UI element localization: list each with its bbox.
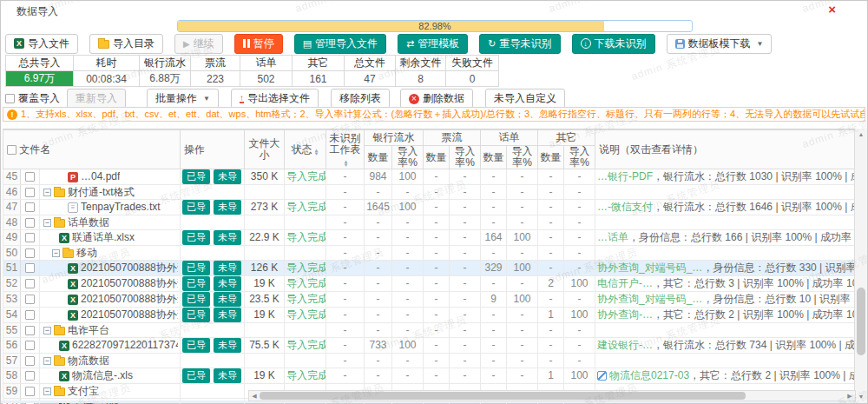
edit-icon[interactable] [597, 371, 607, 381]
imported-button[interactable]: 已导 [182, 169, 210, 184]
not-imported-button[interactable]: 未导 [214, 368, 241, 383]
pause-button[interactable]: 暂停 [234, 34, 283, 54]
file-name-cell[interactable]: −物流数据 [40, 354, 181, 368]
file-row[interactable]: 47≡TenpayTrades.txt已导未导273 K导入完成-1645100… [3, 200, 857, 215]
row-checkbox[interactable] [25, 356, 35, 366]
not-imported-button[interactable]: 未导 [214, 338, 241, 353]
description-cell[interactable] [595, 323, 856, 338]
description-cell[interactable] [595, 246, 856, 261]
file-row[interactable]: 45P…04.pdf已导未导350 K导入完成-984100------…银行-… [3, 169, 857, 185]
file-row[interactable]: 51X2021050700888协外查询-(20210507已导未导126 K导… [3, 261, 857, 276]
vertical-scroll-thumb[interactable] [857, 288, 865, 355]
not-imported-button[interactable]: 未导 [214, 292, 241, 307]
delete-data-button[interactable]: × 删除数据 [400, 89, 473, 109]
vertical-scrollbar[interactable]: ▲ ▼ [854, 129, 867, 403]
description-cell[interactable]: 协外查询_对端号码_…，身份信息：总行数 10 | 识别率 100% | 成功率… [595, 292, 856, 308]
folder-row[interactable]: 50−移动--------- [3, 246, 857, 261]
file-row[interactable]: 54X2021050700888协外查询-(20210507已导未导19 K导入… [3, 308, 857, 323]
file-row[interactable]: 49X联通话单.xlsx已导未导22.9 K导入完成-----164100--…… [3, 230, 857, 246]
sort-icon[interactable]: ▲▼ [314, 149, 319, 156]
reimport-button[interactable]: 重新导入 [67, 89, 126, 109]
file-name-cell[interactable]: −移动 [40, 246, 181, 261]
description-cell[interactable]: 建设银行-…，银行流水：总行数 734 | 识别率 100% | 成功率 100… [595, 338, 856, 354]
export-selected-files-button[interactable]: ↑ 导出选择文件 [231, 89, 319, 109]
import-file-button[interactable]: X 导入文件 [5, 34, 78, 54]
description-cell[interactable]: 物流信息0217-03，其它：总行数 2 | 识别率 100% | 成功率 10… [595, 368, 856, 384]
import-directory-button[interactable]: 导入目录 [89, 34, 163, 54]
collapse-icon[interactable]: − [43, 357, 51, 365]
folder-row[interactable]: 48−话单数据--------- [3, 215, 857, 230]
row-checkbox[interactable] [25, 310, 35, 320]
overwrite-import-checkbox[interactable] [5, 94, 15, 103]
file-name-cell[interactable]: ≡TenpayTrades.txt [40, 200, 181, 215]
folder-row[interactable]: 55−电诈平台--------- [3, 323, 857, 338]
description-cell[interactable]: 电信开户-…，其它：总行数 3 | 识别率 100% | 成功率 100% [595, 276, 856, 292]
description-cell[interactable] [595, 215, 856, 230]
description-cell[interactable]: …银行-PDF，银行流水：总行数 1030 | 识别率 100% | 成功率 1… [595, 169, 856, 185]
scroll-up-icon[interactable]: ▲ [855, 129, 867, 140]
collapse-icon[interactable]: − [43, 327, 51, 334]
manage-import-files-button[interactable]: ▤ 管理导入文件 [294, 34, 386, 54]
imported-button[interactable]: 已导 [182, 292, 210, 307]
select-all-checkbox[interactable] [7, 145, 16, 155]
manage-template-button[interactable]: ⇄ 管理模板 [398, 34, 468, 54]
imported-button[interactable]: 已导 [182, 368, 210, 383]
reimport-unrecognized-button[interactable]: ↻ 重导未识别 [479, 34, 560, 54]
file-name-cell[interactable]: −财付通-txt格式 [40, 185, 181, 200]
column-unrecognized-sheet[interactable]: 未识别工作表▲▼ [326, 130, 365, 169]
file-row[interactable]: 52X2021050700888协外查询-(20210507已导未导19 K导入… [3, 276, 857, 292]
resume-button[interactable]: ▶ 继续 [174, 34, 223, 54]
row-checkbox[interactable] [25, 172, 35, 182]
file-row[interactable]: 58X物流信息-.xls已导未导19 K导入完成-------1100物流信息0… [3, 368, 857, 384]
not-imported-button[interactable]: 未导 [214, 169, 241, 184]
collapse-icon[interactable]: − [43, 219, 51, 227]
folder-row[interactable]: 46−财付通-txt格式--------- [3, 185, 857, 200]
row-checkbox[interactable] [25, 387, 35, 396]
description-cell[interactable]: 协外查询-…，其它：总行数 2 | 识别率 100% | 成功率 100% [595, 308, 856, 323]
file-name-cell[interactable]: X2021050700888协外查询-(20210507 [40, 261, 181, 276]
column-status[interactable]: 状态▲▼ [285, 130, 326, 169]
imported-button[interactable]: 已导 [182, 200, 210, 215]
not-imported-button[interactable]: 未导 [214, 230, 241, 245]
batch-operations-button[interactable]: 批量操作 ▼ [147, 89, 219, 109]
not-imported-button[interactable]: 未导 [214, 308, 241, 322]
collapse-icon[interactable]: − [43, 189, 51, 196]
row-checkbox[interactable] [25, 295, 35, 304]
description-cell[interactable] [595, 185, 856, 200]
row-checkbox[interactable] [25, 263, 35, 273]
horizontal-scroll-thumb[interactable] [260, 392, 746, 400]
scroll-left-icon[interactable]: ◀ [249, 391, 260, 401]
remove-from-list-button[interactable]: 移除列表 [331, 89, 390, 109]
data-template-download-button[interactable]: 数据板模下载 ▼ [667, 34, 773, 54]
file-name-cell[interactable]: X联通话单.xlsx [40, 230, 181, 246]
close-icon[interactable]: × [828, 3, 836, 16]
not-imported-button[interactable]: 未导 [214, 200, 241, 215]
row-checkbox[interactable] [25, 233, 35, 242]
scroll-right-icon[interactable]: ▶ [845, 391, 855, 401]
file-name-cell[interactable]: −电诈平台 [40, 323, 181, 338]
description-cell[interactable]: …话单，身份信息：总行数 166 | 识别率 100% | 成功率 100% [595, 230, 856, 246]
row-checkbox[interactable] [25, 218, 35, 228]
row-checkbox[interactable] [25, 326, 35, 335]
file-row[interactable]: 56X6228270971220117374.xlsx已导未导75.5 K导入完… [3, 338, 857, 354]
horizontal-scrollbar[interactable]: ◀ ▶ [248, 390, 856, 401]
file-name-cell[interactable]: X2021050700888协外查询-(20210507 [40, 308, 181, 323]
description-cell[interactable] [595, 354, 856, 368]
file-name-cell[interactable]: P…04.pdf [40, 169, 181, 185]
row-checkbox[interactable] [25, 188, 35, 197]
file-row[interactable]: 53X2021050700888协外查询-(20210507已导未导23.5 K… [3, 292, 857, 308]
collapse-icon[interactable]: − [43, 387, 51, 395]
not-imported-button[interactable]: 未导 [214, 261, 241, 275]
sort-icon[interactable]: ▲▼ [344, 160, 349, 167]
row-checkbox[interactable] [25, 279, 35, 288]
row-checkbox[interactable] [25, 248, 35, 258]
download-unrecognized-button[interactable]: ↓ 下载未识别 [572, 34, 655, 54]
folder-row[interactable]: 57−物流数据--------- [3, 354, 857, 368]
not-imported-button[interactable]: 未导 [214, 276, 241, 291]
file-name-cell[interactable]: X2021050700888协外查询-(20210507 [40, 276, 181, 292]
imported-button[interactable]: 已导 [182, 338, 210, 353]
file-name-cell[interactable]: X6228270971220117374.xlsx [40, 338, 181, 354]
file-name-cell[interactable]: X2021050700888协外查询-(20210507 [40, 292, 181, 308]
row-checkbox[interactable] [25, 202, 35, 212]
description-cell[interactable]: 协外查询_对端号码_…，身份信息：总行数 330 | 识别率 100% | 成功… [595, 261, 856, 276]
